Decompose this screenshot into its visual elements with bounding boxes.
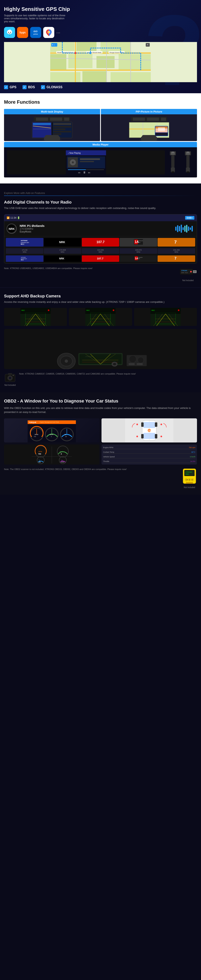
google-maps-icon[interactable]: [43, 27, 54, 38]
backup-main-screen: XTRONS: [4, 329, 197, 369]
svg-point-205: [10, 377, 11, 379]
svg-text:⬆ 1: ⬆ 1: [52, 44, 55, 46]
svg-rect-68: [161, 118, 166, 121]
svg-rect-43: [53, 126, 71, 127]
svg-text:REC: REC: [86, 309, 90, 311]
svg-text:°C: °C: [64, 434, 66, 436]
gps-feature-gps: ✓ GPS: [4, 85, 16, 89]
svg-rect-105: [181, 225, 182, 233]
map-preview: Route George III Bush Rouge Benali Maile…: [4, 42, 197, 82]
svg-rect-71: [142, 135, 156, 138]
svg-rect-53: [64, 118, 69, 121]
camera-note: Note: XTRONS CAM001F, CAM005, CAM018, CA…: [19, 372, 136, 375]
svg-rect-46: [53, 133, 61, 135]
svg-text:RPM: RPM: [35, 434, 38, 436]
channel-7[interactable]: 7: [158, 238, 195, 247]
channel-nrk-logo: NRK: [45, 239, 80, 245]
svg-rect-95: [186, 155, 190, 167]
svg-rect-63: [155, 133, 168, 136]
svg-point-159: [48, 309, 49, 311]
svg-text:ANTENNE: ANTENNE: [21, 257, 26, 258]
data-row-rpm: Engine RPM 750 rpm: [103, 446, 195, 449]
svg-rect-230: [141, 422, 144, 427]
dab-note-area: Note: XTRONS USBDAB01, USBDAB02, USBDAB0…: [4, 267, 176, 270]
obd2-device-area: XTRONS OBD2 OK ◄ ► Not Included: [182, 468, 197, 488]
addon-feature-desc: The USB DAB tuner uses the most advanced…: [4, 206, 197, 210]
svg-rect-44: [53, 129, 65, 130]
svg-point-197: [138, 357, 144, 363]
svg-text:750: 750: [34, 436, 36, 437]
channel-freq-5: 234.208MHz: [158, 248, 195, 254]
svg-rect-91: [172, 152, 173, 153]
svg-rect-13: [119, 54, 151, 70]
media-screen: ♪ Now Playing ⏮ ⏸ ⏭: [7, 150, 165, 174]
svg-text:⏭: ⏭: [88, 171, 91, 174]
data-row-coolant: Coolant Temp 89°C: [103, 451, 195, 454]
nrk-logo: NRK: [6, 224, 17, 234]
more-apps-icon[interactable]: ···: [56, 30, 60, 35]
channel-freq-1: 171.84MHz: [6, 248, 43, 254]
dab-dongle-section: Note: XTRONS USBDAB01, USBDAB02, USBDAB0…: [4, 267, 197, 282]
sygic-app-icon[interactable]: Sygic: [17, 27, 28, 38]
channel-nrk1[interactable]: NRK: [44, 238, 81, 247]
channel-freq-4: 229.072MHz: [120, 248, 157, 254]
channel-icon-1[interactable]: ANTENNEFRANKFURT95.1: [6, 255, 43, 262]
dab-time: 📶 11:34 🔋: [6, 216, 20, 219]
svg-rect-233: [155, 434, 157, 439]
svg-rect-52: [50, 118, 62, 121]
channel-1077[interactable]: 107.7: [82, 238, 120, 247]
data-label-throttle: Throttle: [103, 460, 109, 462]
svg-text:Engine Management and Tools: Engine Management and Tools: [40, 422, 59, 423]
svg-rect-66: [133, 118, 145, 121]
camera-icon-area: Not Included: [4, 372, 16, 386]
svg-rect-15: [82, 71, 107, 82]
svg-text:♪ Now Playing: ♪ Now Playing: [68, 152, 81, 154]
svg-rect-199: [137, 363, 143, 365]
svg-point-33: [74, 52, 77, 54]
backup-desc: Access the reversing mode instantly and …: [4, 300, 197, 304]
channel-icon-2[interactable]: NRK: [44, 255, 81, 262]
svg-text:7: 7: [174, 240, 177, 245]
svg-text:XTRONS: XTRONS: [181, 270, 187, 271]
obd2-screens-row2: RPM 750 km/h 0 °C 89 Vol 14%: [4, 444, 197, 465]
data-value-throttle: 14.5%: [190, 460, 195, 462]
svg-rect-146: [193, 271, 196, 272]
svg-text:Deutsche: Deutsche: [138, 240, 143, 241]
channel-antenne[interactable]: ANTENNE FRANKFURT 95.1: [6, 238, 43, 247]
svg-text:ANTENNE: ANTENNE: [21, 240, 27, 241]
svg-rect-104: [179, 226, 180, 231]
obd2-screens-row1: TORQUE Engine Management and Tools XTRON…: [4, 418, 197, 442]
svg-point-2: [10, 32, 11, 33]
media-player-content: ♪ Now Playing ⏮ ⏸ ⏭: [4, 147, 197, 177]
svg-rect-102: [175, 227, 177, 231]
svg-rect-108: [186, 225, 187, 232]
addon-section: Explore More with Add-on Features Add Di…: [0, 183, 201, 288]
camera-note-area: Not Included Note: XTRONS CAM001F, CAM00…: [4, 372, 197, 386]
channel-icon-5[interactable]: 7: [158, 255, 195, 262]
channel-icon-4[interactable]: 1ADeutscheHits: [120, 255, 157, 262]
svg-point-181: [178, 309, 179, 311]
svg-text:°C: °C: [38, 460, 40, 461]
dab-note: Note: XTRONS USBDAB01, USBDAB02, USBDAB0…: [4, 267, 176, 270]
torque-screen: TORQUE Engine Management and Tools XTRON…: [4, 418, 99, 442]
data-label-rpm: Engine RPM: [103, 447, 113, 449]
svg-point-237: [161, 423, 162, 425]
svg-text:95.1: 95.1: [21, 243, 24, 245]
igo-app-icon[interactable]: iGOprimo: [30, 27, 41, 38]
multitask-card: Multi-task Display: [4, 109, 100, 141]
svg-rect-45: [53, 131, 71, 132]
svg-rect-88: [171, 155, 174, 167]
waze-app-icon[interactable]: [4, 27, 15, 38]
svg-text:89: 89: [39, 461, 41, 463]
obd2-section: OBD2 - A Window for You to Diagnose Your…: [0, 392, 201, 495]
channel-antenne-logo: ANTENNE FRANKFURT 95.1: [7, 239, 42, 245]
svg-rect-179: [150, 308, 180, 314]
svg-rect-87: [171, 152, 175, 155]
data-label-coolant: Coolant Temp: [103, 451, 114, 453]
obd2-multi-gauge: RPM 750 km/h 0 °C 89 Vol 14%: [4, 444, 99, 465]
channel-1a[interactable]: 1A Deutsche Hits: [120, 238, 157, 247]
gps-features-row: ✓ GPS ✓ BDS ✓ GLONASS: [4, 85, 197, 89]
dab-dongle: XTRONS DAB+ Tuner: [179, 267, 197, 278]
channel-icon-3[interactable]: 107.7: [82, 255, 120, 262]
more-functions-section: More Functions Multi-task Display: [0, 93, 201, 183]
